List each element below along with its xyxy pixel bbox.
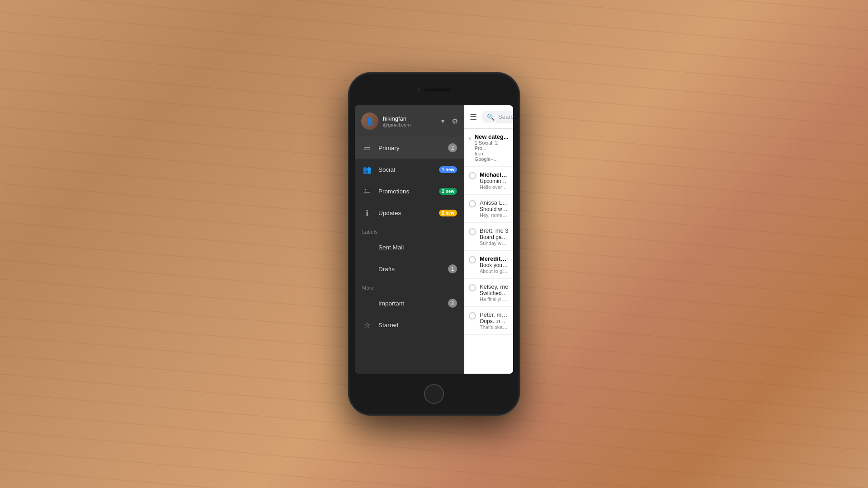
email-subject: Should we go t...: [480, 206, 509, 212]
social-badge: 1 new: [439, 166, 457, 173]
settings-icon[interactable]: ⚙: [452, 117, 458, 126]
updates-badge: 2 new: [439, 210, 457, 216]
gmail-sidebar: 👤 hikingfan @gmail.com ▾ ⚙ ▭ Primary 2: [355, 105, 464, 374]
primary-badge: 2: [448, 143, 457, 152]
avatar: 👤: [361, 113, 378, 130]
email-checkbox[interactable]: [469, 312, 476, 319]
email-item-meredith[interactable]: Meredith K Book you reco... About to go …: [464, 251, 513, 279]
email-subject: Book you reco...: [480, 262, 509, 268]
home-button[interactable]: [424, 384, 444, 404]
email-content: Kelsey, me Switched to Gr... Ha finally!…: [480, 283, 509, 302]
email-preview: Ha finally! I thou...: [480, 296, 509, 302]
email-item-brett[interactable]: Brett, me 3 Board game ni... Sunday work…: [464, 223, 513, 251]
sidebar-item-primary[interactable]: ▭ Primary 2: [355, 137, 464, 159]
email-subject: Upcoming sch...: [480, 178, 509, 184]
drafts-badge: 1: [448, 264, 457, 273]
back-arrow-icon: ‹: [469, 134, 471, 141]
new-cat-title: New categ...: [475, 133, 509, 140]
menu-hamburger-icon[interactable]: ☰: [470, 112, 477, 122]
volume-down-button[interactable]: [348, 164, 349, 184]
sidebar-label-updates: Updates: [378, 210, 439, 216]
search-bar[interactable]: 🔍 Search: [481, 111, 513, 123]
email-checkbox[interactable]: [469, 256, 476, 263]
email-subject: Board game ni...: [480, 234, 509, 240]
sidebar-item-promotions[interactable]: 🏷 Promotions 2 new: [355, 180, 464, 202]
email-main-panel: ☰ 🔍 Search ‹ New categ... 1 Social, 2 Pr…: [464, 105, 513, 374]
email-checkbox[interactable]: [469, 200, 476, 207]
phone-body: 👤 hikingfan @gmail.com ▾ ⚙ ▭ Primary 2: [348, 72, 520, 416]
sidebar-label-sent: Sent Mail: [378, 244, 457, 251]
email-sender: Brett, me 3: [480, 227, 509, 234]
promotions-icon: 🏷: [362, 186, 372, 196]
phone-device: 👤 hikingfan @gmail.com ▾ ⚙ ▭ Primary 2: [348, 72, 520, 416]
email-list: ‹ New categ... 1 Social, 2 Pro... from G…: [464, 129, 513, 374]
email-preview: About to go on...: [480, 268, 509, 274]
email-content: Anissa Lee Should we go t... Hey, rememb…: [480, 199, 509, 218]
email-item-peter[interactable]: Peter, me 2 Oops...need t... That's okay…: [464, 307, 513, 335]
new-cat-sub: 1 Social, 2 Pro...: [475, 140, 509, 151]
sidebar-item-social[interactable]: 👥 Social 1 new: [355, 159, 464, 180]
account-header[interactable]: 👤 hikingfan @gmail.com ▾ ⚙: [355, 105, 464, 137]
promotions-badge: 2 new: [439, 188, 457, 195]
side-buttons-left: [348, 146, 349, 184]
email-content: Michael Po Upcoming sch... Hello everyon…: [480, 171, 509, 190]
phone-top-bezel: [349, 74, 519, 105]
starred-icon: ☆: [362, 320, 372, 330]
email-sender: Michael Po: [480, 171, 509, 178]
email-preview: Hey, remember...: [480, 212, 509, 218]
email-checkbox[interactable]: [469, 172, 476, 179]
sidebar-item-updates[interactable]: ℹ Updates 2 new: [355, 202, 464, 224]
email-item-michael-po[interactable]: Michael Po Upcoming sch... Hello everyon…: [464, 167, 513, 195]
chevron-down-icon[interactable]: ▾: [441, 117, 444, 125]
important-badge: 2: [448, 299, 457, 308]
phone-bottom-bezel: [349, 374, 519, 414]
email-content: Brett, me 3 Board game ni... Sunday work…: [480, 227, 509, 246]
sidebar-label-social: Social: [378, 166, 439, 173]
sidebar-item-starred[interactable]: ☆ Starred: [355, 314, 464, 336]
inbox-icon: ▭: [362, 143, 372, 153]
email-subject: Switched to Gr...: [480, 290, 509, 296]
email-checkbox[interactable]: [469, 284, 476, 291]
email-item-kelsey[interactable]: Kelsey, me Switched to Gr... Ha finally!…: [464, 279, 513, 307]
top-bar: ☰ 🔍 Search: [464, 105, 513, 129]
drafts-icon: [362, 264, 372, 274]
account-info: hikingfan @gmail.com: [383, 115, 437, 127]
sidebar-item-sent-mail[interactable]: Sent Mail: [355, 236, 464, 258]
new-cat-content: New categ... 1 Social, 2 Pro... from Goo…: [475, 133, 509, 162]
volume-up-button[interactable]: [348, 146, 349, 159]
email-preview: That's okay Pe...: [480, 324, 509, 330]
email-content: Meredith K Book you reco... About to go …: [480, 255, 509, 274]
email-preview: Sunday works!...: [480, 240, 509, 246]
front-camera: [417, 88, 420, 91]
speaker-grill: [424, 89, 451, 91]
sidebar-item-drafts[interactable]: Drafts 1: [355, 258, 464, 280]
search-icon: 🔍: [487, 113, 495, 121]
sidebar-label-drafts: Drafts: [378, 266, 448, 272]
sidebar-label-promotions: Promotions: [378, 188, 439, 195]
email-sender: Kelsey, me: [480, 283, 509, 290]
important-icon: [362, 298, 372, 308]
sidebar-item-important[interactable]: Important 2: [355, 292, 464, 314]
email-subject: Oops...need t...: [480, 318, 509, 324]
email-preview: Hello everyone...: [480, 184, 509, 190]
side-button-right: [519, 173, 520, 193]
sidebar-label-starred: Starred: [378, 322, 457, 328]
more-section-header: More: [355, 280, 464, 292]
power-button[interactable]: [519, 173, 520, 193]
search-placeholder: Search: [498, 113, 513, 120]
email-content: Peter, me 2 Oops...need t... That's okay…: [480, 311, 509, 330]
email-sender: Peter, me 2: [480, 311, 509, 318]
email-item-new-categories[interactable]: ‹ New categ... 1 Social, 2 Pro... from G…: [464, 129, 513, 167]
phone-screen: 👤 hikingfan @gmail.com ▾ ⚙ ▭ Primary 2: [355, 105, 513, 374]
email-sender: Anissa Lee: [480, 199, 509, 206]
account-name: hikingfan: [383, 115, 437, 122]
social-icon: 👥: [362, 164, 372, 174]
email-item-anissa-lee[interactable]: Anissa Lee Should we go t... Hey, rememb…: [464, 195, 513, 223]
sent-icon: [362, 242, 372, 252]
new-cat-preview: from Google+...: [475, 151, 509, 162]
updates-icon: ℹ: [362, 208, 372, 218]
email-checkbox[interactable]: [469, 228, 476, 235]
sidebar-label-important: Important: [378, 300, 448, 307]
labels-section-header: Labels: [355, 224, 464, 236]
sidebar-label-primary: Primary: [378, 145, 448, 151]
